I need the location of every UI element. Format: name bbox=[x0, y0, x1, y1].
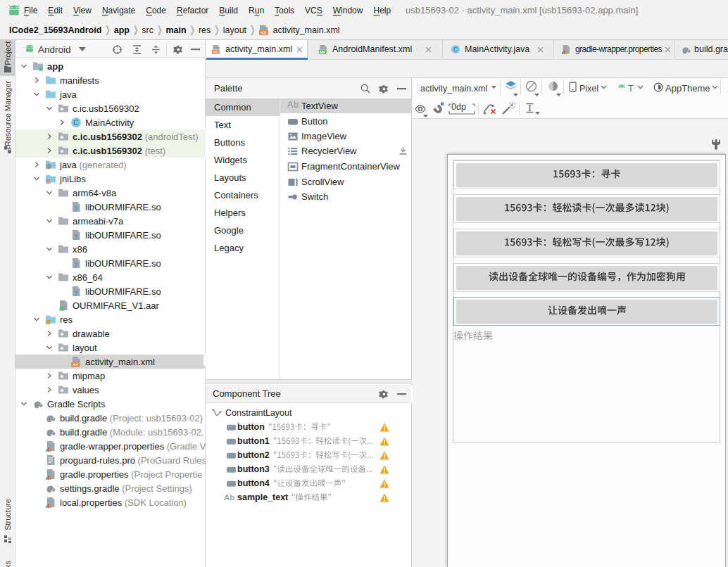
svg-text:?: ? bbox=[73, 205, 77, 212]
svg-text:?: ? bbox=[73, 262, 77, 269]
svg-text:?: ? bbox=[73, 234, 77, 241]
svg-text:<>: <> bbox=[261, 30, 267, 34]
svg-text:?: ? bbox=[73, 290, 77, 297]
svg-text:<>: <> bbox=[213, 50, 218, 54]
svg-text:C: C bbox=[73, 118, 79, 127]
svg-text:C: C bbox=[453, 46, 458, 53]
svg-text:<>: <> bbox=[73, 362, 79, 367]
svg-text:MF: MF bbox=[320, 50, 326, 54]
